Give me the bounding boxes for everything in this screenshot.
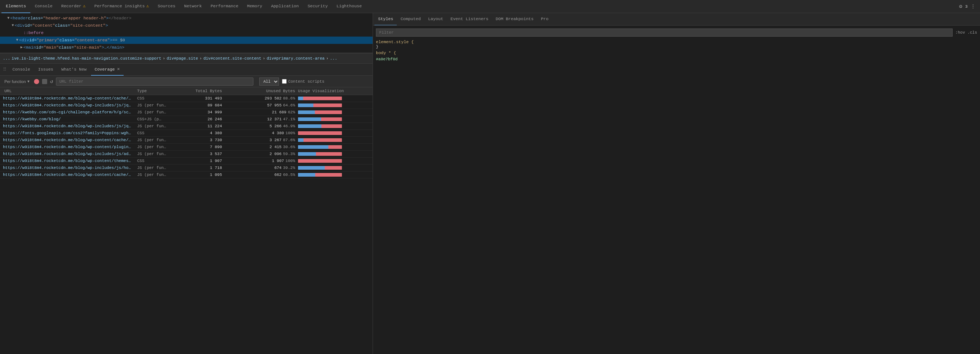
- vis-cell: [297, 117, 370, 121]
- breadcrumb-item-3[interactable]: div#content.site-content: [203, 56, 261, 61]
- stop-button[interactable]: [42, 79, 47, 84]
- bottom-tab-coverage[interactable]: Coverage ×: [91, 63, 124, 76]
- url-cell[interactable]: https://w9i8t8m4.rocketcdn.me/blog/wp-co…: [3, 159, 136, 163]
- breadcrumb-item-5[interactable]: ...: [330, 56, 337, 61]
- type-cell: CSS: [136, 96, 180, 100]
- table-row[interactable]: https://w9i8t8m4.rocketcdn.me/blog/wp-in…: [0, 151, 372, 158]
- tree-line-main[interactable]: ▶ <main id="main" class="site-main" >…</…: [0, 44, 372, 51]
- tab-memory[interactable]: Memory: [243, 0, 267, 13]
- right-tab-pro[interactable]: Pro: [537, 13, 552, 26]
- tab-sources[interactable]: Sources: [153, 0, 180, 13]
- expand-icon-3[interactable]: ▼: [16, 37, 18, 43]
- table-row[interactable]: https://w9i8t8m4.rocketcdn.me/blog/wp-co…: [0, 144, 372, 151]
- reload-icon[interactable]: ↺: [50, 78, 53, 85]
- url-cell[interactable]: https://fonts.googleapis.com/css2?family…: [3, 131, 136, 135]
- right-tab-event-listeners[interactable]: Event Listeners: [447, 13, 492, 26]
- tree-line-content[interactable]: ▼ <div id="content" class="site-content"…: [0, 22, 372, 29]
- tree-line-primary[interactable]: ▼ <div id="primary" class="content-area"…: [0, 37, 372, 44]
- tab-console[interactable]: Console: [30, 0, 57, 13]
- table-row[interactable]: https://fonts.googleapis.com/css2?family…: [0, 130, 372, 137]
- filter-row: :hov .cls: [376, 29, 977, 37]
- col-url[interactable]: URL: [3, 89, 136, 93]
- right-tab-bar: Styles Computed Layout Event Listeners D…: [373, 13, 980, 26]
- table-row[interactable]: https://w9i8t8m4.rocketcdn.me/blog/wp-in…: [0, 164, 372, 172]
- content-scripts-checkbox[interactable]: [282, 79, 287, 84]
- url-cell[interactable]: https://kwebby.com/blog/: [3, 117, 136, 121]
- tab-application[interactable]: Application: [267, 0, 303, 13]
- table-row[interactable]: https://w9i8t8m4.rocketcdn.me/blog/wp-co…: [0, 172, 372, 179]
- url-cell[interactable]: https://w9i8t8m4.rocketcdn.me/blog/wp-in…: [3, 103, 136, 107]
- table-row[interactable]: https://w9i8t8m4.rocketcdn.me/blog/wp-in…: [0, 102, 372, 109]
- col-type[interactable]: Type: [136, 89, 180, 93]
- url-cell[interactable]: https://w9i8t8m4.rocketcdn.me/blog/wp-co…: [3, 172, 136, 177]
- tree-line-before[interactable]: ::before: [0, 29, 372, 37]
- per-function-button[interactable]: Per function ▾: [3, 78, 31, 85]
- bottom-tab-issues[interactable]: Issues: [34, 63, 57, 76]
- url-cell[interactable]: https://kwebby.com/cdn-cgi/challenge-pla…: [3, 110, 136, 115]
- table-row[interactable]: https://w9i8t8m4.rocketcdn.me/blog/wp-co…: [0, 137, 372, 144]
- hov-cls-button[interactable]: :hov .cls: [956, 30, 977, 35]
- styles-content: :hov .cls element.style { } body * {: [373, 26, 980, 354]
- right-tab-styles[interactable]: Styles: [374, 13, 397, 26]
- bar-used: [298, 97, 303, 100]
- tab-performance-insights[interactable]: Performance insights ⚠: [90, 0, 153, 13]
- unused-bytes-cell: 57 955 64.6%: [223, 103, 297, 107]
- table-row[interactable]: https://w9i8t8m4.rocketcdn.me/blog/wp-in…: [0, 123, 372, 130]
- tab-elements[interactable]: Elements: [2, 0, 30, 13]
- vis-cell: [297, 110, 370, 114]
- bar-used: [298, 145, 328, 149]
- type-dropdown[interactable]: All CSS JS: [259, 78, 279, 86]
- url-cell[interactable]: https://w9i8t8m4.rocketcdn.me/blog/wp-co…: [3, 138, 136, 142]
- bar-used: [298, 173, 315, 177]
- bottom-tab-console[interactable]: Console: [9, 63, 33, 76]
- right-tab-layout[interactable]: Layout: [425, 13, 447, 26]
- breadcrumb-ellipsis[interactable]: ...: [3, 56, 10, 61]
- tree-line-header[interactable]: ▼ <header class="header-wrapper header-h…: [0, 14, 372, 22]
- right-tab-computed[interactable]: Computed: [397, 13, 424, 26]
- tab-performance[interactable]: Performance: [206, 0, 243, 13]
- col-total[interactable]: Total Bytes: [180, 89, 223, 93]
- url-cell[interactable]: https://w9i8t8m4.rocketcdn.me/blog/wp-in…: [3, 152, 136, 156]
- table-row[interactable]: https://w9i8t8m4.rocketcdn.me/blog/wp-co…: [0, 158, 372, 164]
- settings-icon[interactable]: ⚙: [959, 3, 962, 10]
- style-block-body: body * {: [376, 51, 977, 55]
- url-cell[interactable]: https://w9i8t8m4.rocketcdn.me/blog/wp-co…: [3, 145, 136, 149]
- breadcrumb-item-4[interactable]: div#primary.content-area: [267, 56, 325, 61]
- record-button[interactable]: [34, 79, 39, 84]
- usage-bar: [298, 138, 342, 142]
- tab-network[interactable]: Network: [180, 0, 206, 13]
- more-options-icon[interactable]: ⋮: [970, 3, 975, 10]
- tab-recorder[interactable]: Recorder ⚠: [57, 0, 90, 13]
- unused-bytes-cell: 1 907 100%: [223, 159, 297, 163]
- table-row[interactable]: https://kwebby.com/cdn-cgi/challenge-pla…: [0, 109, 372, 116]
- vis-cell: [297, 131, 370, 135]
- url-filter-input[interactable]: [56, 78, 253, 86]
- expand-icon[interactable]: ▼: [7, 15, 10, 22]
- close-coverage-icon[interactable]: ×: [117, 67, 120, 72]
- bottom-tab-whats-new[interactable]: What's New: [58, 63, 90, 76]
- devtools-icons: ⚙ 3 ⋮: [959, 3, 978, 10]
- styles-filter-input[interactable]: [376, 29, 953, 37]
- total-bytes-cell: 331 493: [180, 96, 223, 100]
- type-cell: JS (per fun…: [136, 166, 180, 170]
- total-bytes-cell: 34 999: [180, 110, 223, 115]
- col-vis[interactable]: Usage Visualization: [297, 89, 370, 93]
- breadcrumb-item-1[interactable]: ive.is-light-theme.hfeed.has-main-naviga…: [12, 56, 161, 61]
- total-bytes-cell: 3 537: [180, 152, 223, 156]
- url-cell[interactable]: https://w9i8t8m4.rocketcdn.me/blog/wp-in…: [3, 124, 136, 128]
- col-unused[interactable]: Unused Bytes: [223, 89, 297, 93]
- left-panel: ▼ <header class="header-wrapper header-h…: [0, 13, 373, 354]
- breadcrumb-item-2[interactable]: div#page.site: [167, 56, 198, 61]
- type-cell: CSS: [136, 159, 180, 163]
- expand-icon-2[interactable]: ▼: [12, 22, 14, 29]
- url-cell[interactable]: https://w9i8t8m4.rocketcdn.me/blog/wp-in…: [3, 166, 136, 170]
- right-tab-dom-breakpoints[interactable]: DOM Breakpoints: [492, 13, 538, 26]
- tab-lighthouse[interactable]: Lighthouse: [332, 0, 366, 13]
- tab-security[interactable]: Security: [303, 0, 332, 13]
- expand-icon-4[interactable]: ▶: [21, 44, 23, 51]
- url-cell[interactable]: https://w9i8t8m4.rocketcdn.me/blog/wp-co…: [3, 96, 136, 100]
- table-row[interactable]: https://kwebby.com/blog/ CSS+JS (p… 26 2…: [0, 116, 372, 123]
- content-scripts-label[interactable]: Content scripts: [282, 79, 325, 84]
- unused-bytes-cell: 5 266 46.9%: [223, 124, 297, 128]
- table-row[interactable]: https://w9i8t8m4.rocketcdn.me/blog/wp-co…: [0, 95, 372, 102]
